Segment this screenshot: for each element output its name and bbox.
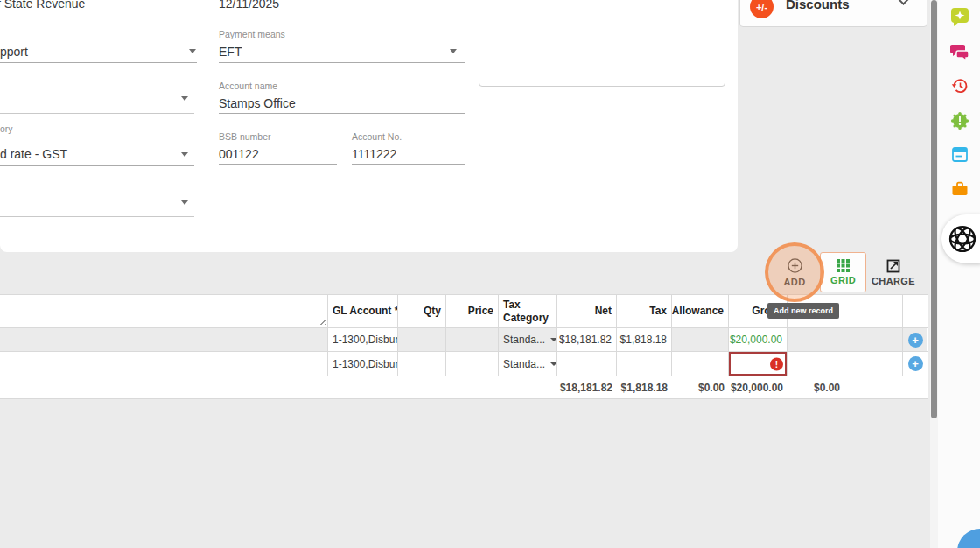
gross-cell-error[interactable]: !	[729, 352, 788, 376]
add-button[interactable]: ADD	[770, 252, 819, 292]
net-cell: $18,181.82	[557, 328, 617, 351]
table-row[interactable]: 1-1300,Disburs Standa... $18,181.82 $1,8…	[0, 328, 928, 352]
chevron-down-icon[interactable]	[181, 152, 188, 157]
charge-icon	[886, 259, 900, 273]
payee-value: f State Revenue	[0, 0, 85, 11]
tax-cell	[617, 352, 672, 376]
geometric-sphere-icon	[945, 220, 980, 258]
chevron-down-icon[interactable]	[181, 96, 188, 101]
grid-icon	[836, 259, 850, 272]
col-tax-category[interactable]: Tax Category	[499, 295, 557, 327]
add-button-label: ADD	[783, 277, 805, 287]
allowance-cell[interactable]	[672, 328, 729, 351]
chevron-down-icon[interactable]	[898, 0, 909, 5]
col-blank	[844, 295, 903, 327]
col-tax[interactable]: Tax	[617, 295, 672, 327]
allocated-cell	[788, 328, 844, 351]
underline	[0, 113, 194, 114]
account-name-label: Account name	[219, 81, 277, 91]
description-cell[interactable]	[0, 352, 328, 376]
payment-means-value[interactable]: EFT	[219, 45, 242, 59]
date-value: 12/11/2025	[219, 0, 279, 11]
briefcase-icon[interactable]	[950, 179, 970, 198]
add-row-icon[interactable]: +	[908, 356, 923, 371]
col-price[interactable]: Price	[446, 295, 499, 327]
footer-allocated: $0.00	[788, 376, 844, 398]
tax-category-cell[interactable]: Standa...	[499, 352, 557, 376]
tax-category-cell[interactable]: Standa...	[499, 328, 557, 351]
charge-button[interactable]: CHARGE	[868, 252, 919, 292]
underline	[0, 216, 194, 217]
charge-button-label: CHARGE	[872, 276, 915, 286]
footer-net: $18,181.82	[557, 376, 617, 398]
discounts-panel-header[interactable]: +/- Discounts	[739, 0, 928, 27]
price-cell[interactable]	[446, 352, 499, 376]
grid-button-label: GRID	[830, 275, 856, 285]
underline	[219, 113, 465, 114]
tax-category-label: ory	[0, 123, 13, 134]
col-allowance[interactable]: Allowance	[672, 295, 729, 327]
tax-category-value[interactable]: d rate - GST	[0, 147, 67, 161]
discounts-icon: +/-	[750, 0, 774, 18]
description-cell[interactable]	[0, 328, 328, 351]
account-no-value[interactable]: 1111222	[352, 147, 396, 161]
assistant-logo-pill[interactable]	[942, 214, 980, 263]
date-field[interactable]: 12/11/2025	[219, 0, 465, 11]
sparkle-note-icon[interactable]	[950, 7, 970, 26]
scrollbar-thumb[interactable]	[931, 0, 937, 418]
account-name-value[interactable]: Stamps Office	[219, 96, 296, 110]
add-tooltip: Add new record	[767, 303, 839, 319]
allowance-cell[interactable]	[672, 352, 729, 376]
alert-gear-icon[interactable]	[950, 111, 970, 130]
grid-footer-row: $18,181.82 $1,818.18 $0.00 $20,000.00 $0…	[0, 376, 928, 399]
blank-cell	[844, 328, 903, 351]
underline	[0, 165, 194, 166]
gross-cell[interactable]: $20,000.00	[729, 328, 788, 351]
footer-gross: $20,000.00	[729, 376, 788, 398]
underline	[219, 164, 337, 165]
table-row[interactable]: 1-1300,Disburs Standa... ! +	[0, 352, 928, 376]
chevron-down-icon[interactable]	[450, 49, 457, 53]
dropdown-arrow-icon[interactable]	[550, 338, 557, 341]
footer-allowance: $0.00	[672, 376, 729, 398]
actions-cell: +	[903, 328, 928, 351]
blank-cell	[844, 352, 903, 376]
add-circle-icon	[787, 257, 803, 274]
underline	[0, 62, 197, 63]
chevron-down-icon[interactable]	[181, 200, 188, 205]
grid-button[interactable]: GRID	[820, 252, 866, 292]
col-description[interactable]	[0, 295, 328, 327]
discounts-title: Discounts	[786, 0, 850, 11]
actions-cell: +	[903, 352, 928, 376]
gl-account-cell[interactable]: 1-1300,Disburs	[328, 352, 398, 376]
account-no-label: Account No.	[352, 131, 402, 142]
calendar-icon[interactable]	[950, 144, 970, 164]
notes-textarea[interactable]	[479, 0, 725, 87]
dropdown-arrow-icon[interactable]	[550, 362, 557, 366]
underline	[219, 62, 465, 63]
qty-cell[interactable]	[398, 352, 446, 376]
underline	[219, 11, 465, 11]
col-gl-account[interactable]: GL Account *	[328, 295, 398, 327]
error-icon: !	[770, 357, 783, 370]
bsb-number-label: BSB number	[219, 131, 271, 142]
footer-tax: $1,818.18	[617, 376, 672, 398]
price-cell[interactable]	[446, 328, 499, 351]
col-qty[interactable]: Qty	[398, 295, 446, 327]
underline	[352, 164, 465, 165]
resize-handle-icon[interactable]	[318, 318, 326, 325]
allocated-cell	[788, 352, 844, 376]
chevron-down-icon[interactable]	[189, 49, 196, 53]
add-row-icon[interactable]: +	[908, 333, 923, 348]
payment-means-label: Payment means	[219, 29, 285, 39]
tax-cell: $1,818.18	[617, 328, 672, 351]
field2-value[interactable]: pport	[0, 45, 28, 59]
payment-form-panel: f State Revenue pport ory d rate - GST 1…	[0, 0, 738, 252]
underline	[0, 11, 197, 11]
qty-cell[interactable]	[398, 328, 446, 351]
history-icon[interactable]	[950, 76, 970, 95]
bsb-number-value[interactable]: 001122	[219, 147, 259, 161]
gl-account-cell[interactable]: 1-1300,Disburs	[328, 328, 398, 351]
chat-icon[interactable]	[950, 42, 970, 61]
col-net[interactable]: Net	[557, 295, 617, 327]
